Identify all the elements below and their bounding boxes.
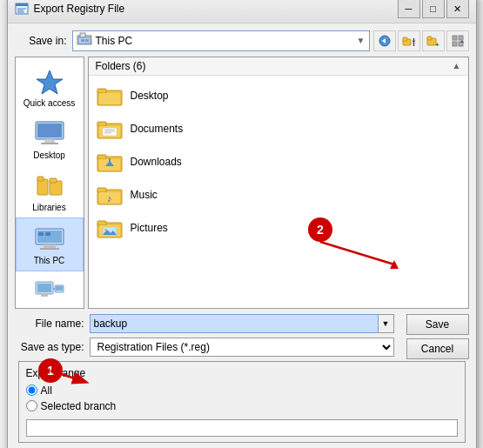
export-range-title: Export range — [26, 367, 458, 379]
filename-dropdown-button[interactable]: ▼ — [379, 314, 394, 333]
minimize-button[interactable]: ─ — [398, 0, 420, 18]
list-item[interactable]: Documents — [89, 112, 468, 145]
all-label[interactable]: All — [41, 384, 52, 397]
file-item-name: Documents — [131, 123, 184, 135]
svg-rect-61 — [97, 188, 106, 192]
filename-row: File name: ▼ — [15, 314, 394, 333]
dialog-icon — [15, 2, 29, 16]
libraries-icon — [32, 171, 67, 201]
filename-label: File name: — [15, 318, 84, 330]
maximize-button[interactable]: □ — [422, 0, 445, 18]
libraries-label: Libraries — [32, 203, 65, 212]
downloads-folder-icon — [96, 150, 124, 174]
folders-count: Folders (6) — [96, 60, 146, 72]
svg-rect-26 — [37, 124, 62, 137]
save-in-combo[interactable]: This PC ▼ — [72, 30, 370, 51]
pictures-folder-icon — [96, 216, 124, 240]
svg-rect-46 — [97, 89, 106, 93]
sidebar-item-quick-access[interactable]: Quick access — [16, 61, 84, 113]
svg-rect-65 — [97, 221, 106, 225]
views-button[interactable] — [446, 30, 469, 51]
svg-rect-29 — [37, 179, 48, 195]
selected-branch-label[interactable]: Selected branch — [41, 400, 117, 412]
save-in-value: This PC — [96, 35, 357, 47]
collapse-button[interactable]: ▲ — [453, 61, 461, 70]
savetype-combo: Registration Files (*.reg) — [90, 338, 394, 357]
sidebar-item-libraries[interactable]: Libraries — [16, 165, 84, 217]
all-radio-row: All — [26, 384, 458, 397]
export-registry-dialog: Export Registry File ─ □ ✕ Save in: — [7, 0, 477, 448]
file-list-panel: Folders (6) ▲ — [88, 57, 469, 309]
svg-rect-36 — [40, 248, 59, 250]
svg-rect-27 — [44, 139, 55, 143]
save-in-row: Save in: This PC ▼ — [15, 30, 469, 51]
svg-rect-21 — [453, 42, 457, 46]
content-area: Quick access Desktop — [15, 57, 469, 309]
save-button[interactable]: Save — [406, 314, 469, 335]
svg-rect-43 — [56, 286, 63, 291]
filename-input[interactable] — [90, 314, 379, 333]
save-in-dropdown-arrow: ▼ — [357, 36, 366, 45]
left-nav: Quick access Desktop — [15, 57, 84, 309]
svg-rect-28 — [41, 143, 58, 144]
this-pc-icon — [77, 32, 92, 49]
sidebar-item-network[interactable]: Network — [16, 271, 84, 309]
sidebar-item-desktop[interactable]: Desktop — [16, 113, 84, 165]
filetype-row: Save as type: Registration Files (*.reg) — [15, 338, 394, 357]
selected-branch-radio-row: Selected branch — [26, 400, 458, 412]
new-folder-button[interactable]: + — [422, 30, 445, 51]
title-bar: Export Registry File ─ □ ✕ — [8, 0, 476, 23]
network-icon — [32, 277, 67, 307]
svg-rect-56 — [97, 155, 106, 159]
svg-rect-7 — [80, 33, 85, 37]
back-button[interactable] — [373, 30, 396, 51]
up-folder-button[interactable] — [398, 30, 420, 51]
list-item[interactable]: Desktop — [89, 79, 468, 112]
this-pc-nav-icon — [32, 224, 67, 254]
export-range-section: Export range All Selected branch — [18, 361, 466, 443]
music-folder-icon: ♪ — [96, 183, 124, 207]
save-in-label: Save in: — [15, 35, 67, 47]
svg-rect-19 — [453, 36, 457, 40]
folder-icon — [96, 84, 124, 108]
desktop-icon — [32, 118, 67, 149]
svg-rect-13 — [403, 37, 407, 41]
all-radio[interactable] — [26, 384, 37, 396]
quick-access-icon — [32, 66, 67, 97]
dialog-body: Save in: This PC ▼ — [8, 23, 476, 449]
svg-rect-51 — [103, 128, 117, 136]
svg-rect-17 — [427, 37, 432, 40]
svg-rect-9 — [85, 39, 89, 42]
svg-rect-35 — [44, 244, 56, 248]
svg-text:♪: ♪ — [107, 193, 112, 204]
dialog-title: Export Registry File — [34, 3, 398, 15]
svg-rect-38 — [45, 232, 50, 236]
list-item[interactable]: Pictures — [89, 211, 468, 244]
file-item-name: Desktop — [131, 90, 169, 102]
filename-combo: ▼ — [90, 314, 394, 333]
bottom-controls-row: File name: ▼ Save as type: Registration … — [15, 314, 469, 361]
svg-text:+: + — [435, 41, 439, 48]
file-item-name: Downloads — [131, 156, 182, 168]
file-list: Desktop — [89, 76, 468, 308]
documents-folder-icon — [96, 117, 124, 141]
close-button[interactable]: ✕ — [446, 0, 469, 18]
title-bar-controls: ─ □ ✕ — [398, 0, 469, 18]
cancel-button[interactable]: Cancel — [406, 338, 469, 359]
svg-rect-41 — [41, 294, 48, 297]
list-item[interactable]: Downloads — [89, 145, 468, 178]
list-item[interactable]: ♪ Music — [89, 178, 468, 211]
svg-rect-37 — [38, 232, 44, 236]
selected-branch-radio[interactable] — [26, 400, 37, 411]
sidebar-item-this-pc[interactable]: This PC — [16, 217, 84, 271]
svg-rect-20 — [459, 36, 463, 40]
savetype-select[interactable]: Registration Files (*.reg) — [90, 338, 394, 357]
svg-rect-49 — [97, 122, 106, 126]
file-item-name: Music — [131, 189, 158, 201]
this-pc-label: This PC — [34, 256, 65, 265]
desktop-label: Desktop — [33, 150, 65, 160]
svg-rect-47 — [99, 93, 120, 104]
panel-header: Folders (6) ▲ — [89, 57, 468, 76]
branch-path-input[interactable] — [26, 419, 458, 437]
file-controls: File name: ▼ Save as type: Registration … — [15, 314, 394, 361]
